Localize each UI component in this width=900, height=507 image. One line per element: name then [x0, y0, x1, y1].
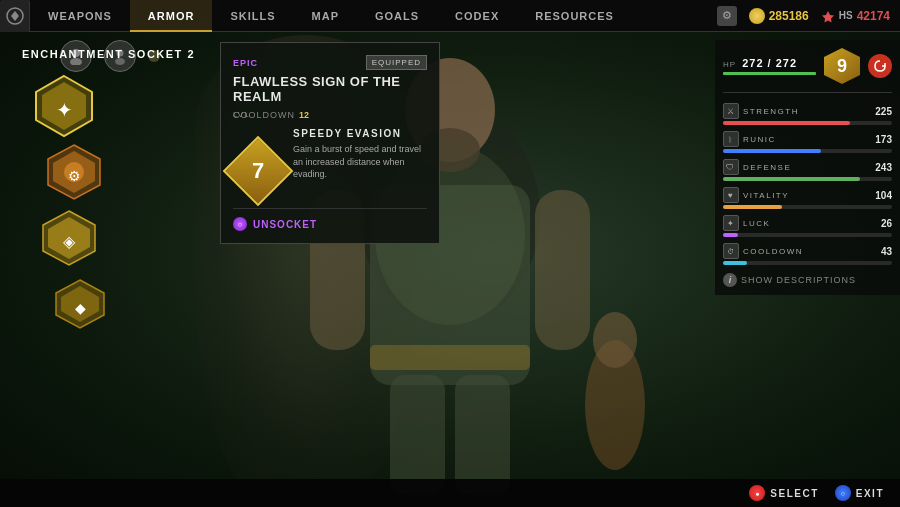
svg-text:◆: ◆ [75, 300, 86, 316]
exit-action[interactable]: ○ EXIT [835, 485, 884, 501]
select-label: SELECT [770, 488, 818, 499]
currency-value: 285186 [769, 9, 809, 23]
item-rarity: EPIC [233, 58, 258, 68]
lvl-label: LVL [233, 110, 250, 119]
level-number: 7 [252, 158, 264, 184]
nav-map[interactable]: MAP [294, 0, 357, 32]
item-ability: SPEEDY EVASION Gain a burst of speed and… [293, 128, 427, 181]
hp-label: HP 272 / 272 [723, 57, 816, 69]
socket-title: ENCHANTMENT SOCKET 2 [10, 40, 210, 68]
luck-value: 26 [881, 218, 892, 229]
nav-skills[interactable]: SKILLS [212, 0, 293, 32]
level-wrapper: LVL 7 [233, 128, 283, 196]
settings-icon[interactable]: ⚙ [717, 6, 737, 26]
item-cooldown-row: COOLDOWN 12 [233, 110, 427, 120]
select-action[interactable]: ● SELECT [749, 485, 818, 501]
runic-value: 173 [875, 134, 892, 145]
stat-strength: ⚔ STRENGTH 225 [723, 103, 892, 125]
player-level-badge: 9 [824, 48, 860, 84]
unsocket-text: UNSOCKET [253, 219, 317, 230]
level-diamond: 7 [223, 136, 294, 207]
cooldown-stat-icon: ⏱ [723, 243, 739, 259]
socket-slot-2[interactable]: ⚙ [40, 142, 108, 202]
show-descriptions-text: SHOW DESCRIPTIONS [741, 275, 856, 285]
hs-icon [821, 9, 835, 23]
unsocket-button[interactable]: ○ UNSOCKET [233, 208, 427, 231]
runic-icon: ᚱ [723, 131, 739, 147]
nav-weapons-label: WEAPONS [48, 10, 112, 22]
stat-runic: ᚱ RUNIC 173 [723, 131, 892, 153]
nav-resources-label: RESOURCES [535, 10, 614, 22]
hs-label: HS [839, 10, 853, 21]
svg-text:✦: ✦ [56, 99, 73, 121]
stat-vitality: ♥ VITALITY 104 [723, 187, 892, 209]
item-card: EPIC EQUIPPED FLAWLESS SIGN OF THE REALM… [220, 42, 440, 244]
left-panel: ENCHANTMENT SOCKET 2 ✦ ⚙ ◈ [10, 40, 210, 334]
game-icon [0, 0, 30, 32]
hs-display: HS 42174 [821, 9, 890, 23]
item-level-box: LVL 7 SPEEDY EVASION Gain a burst of spe… [233, 128, 427, 196]
stat-luck: ✦ LUCK 26 [723, 215, 892, 237]
strength-value: 225 [875, 106, 892, 117]
exit-button-icon: ○ [835, 485, 851, 501]
vitality-value: 104 [875, 190, 892, 201]
strength-icon: ⚔ [723, 103, 739, 119]
nav-armor[interactable]: ARMOR [130, 0, 213, 32]
socket-slot-3[interactable]: ◈ [35, 208, 103, 268]
defense-value: 243 [875, 162, 892, 173]
item-name: FLAWLESS SIGN OF THE REALM [233, 74, 427, 104]
hs-value: 42174 [857, 9, 890, 23]
stat-defense: 🛡 DEFENSE 243 [723, 159, 892, 181]
bottom-bar: ● SELECT ○ EXIT [0, 479, 900, 507]
gold-icon [749, 8, 765, 24]
currency-display: 285186 [749, 8, 809, 24]
hp-section: HP 272 / 272 9 [723, 48, 892, 93]
nav-codex-label: CODEX [455, 10, 499, 22]
ability-name: SPEEDY EVASION [293, 128, 427, 139]
vitality-icon: ♥ [723, 187, 739, 203]
select-button-icon: ● [749, 485, 765, 501]
nav-goals[interactable]: GOALS [357, 0, 437, 32]
nav-map-label: MAP [312, 10, 339, 22]
nav-bar: WEAPONS ARMOR SKILLS MAP GOALS CODEX RES… [0, 0, 900, 32]
ability-desc: Gain a burst of speed and travel an incr… [293, 143, 427, 181]
stat-cooldown: ⏱ COOLDOWN 43 [723, 243, 892, 265]
nav-codex[interactable]: CODEX [437, 0, 517, 32]
revive-icon [868, 54, 892, 78]
unsocket-icon: ○ [233, 217, 247, 231]
hp-value: 272 / 272 [742, 57, 797, 69]
svg-text:⚙: ⚙ [68, 168, 81, 184]
player-level: 9 [837, 56, 847, 77]
nav-resources[interactable]: RESOURCES [517, 0, 632, 32]
socket-slots: ✦ ⚙ ◈ ◆ [10, 76, 210, 334]
nav-skills-label: SKILLS [230, 10, 275, 22]
stats-panel: HP 272 / 272 9 ⚔ STRENGTH 22 [715, 40, 900, 295]
item-equipped-badge: EQUIPPED [366, 55, 427, 70]
nav-armor-label: ARMOR [148, 10, 195, 22]
svg-text:◈: ◈ [63, 233, 76, 250]
socket-slot-1[interactable]: ✦ [30, 76, 98, 136]
exit-label: EXIT [856, 488, 884, 499]
info-icon: i [723, 273, 737, 287]
luck-icon: ✦ [723, 215, 739, 231]
nav-weapons[interactable]: WEAPONS [30, 0, 130, 32]
show-descriptions-button[interactable]: i SHOW DESCRIPTIONS [723, 273, 892, 287]
cooldown-value: 12 [299, 110, 309, 120]
nav-right: ⚙ 285186 HS 42174 [717, 6, 900, 26]
cooldown-stat-value: 43 [881, 246, 892, 257]
nav-goals-label: GOALS [375, 10, 419, 22]
defense-icon: 🛡 [723, 159, 739, 175]
socket-slot-4[interactable]: ◆ [46, 274, 114, 334]
